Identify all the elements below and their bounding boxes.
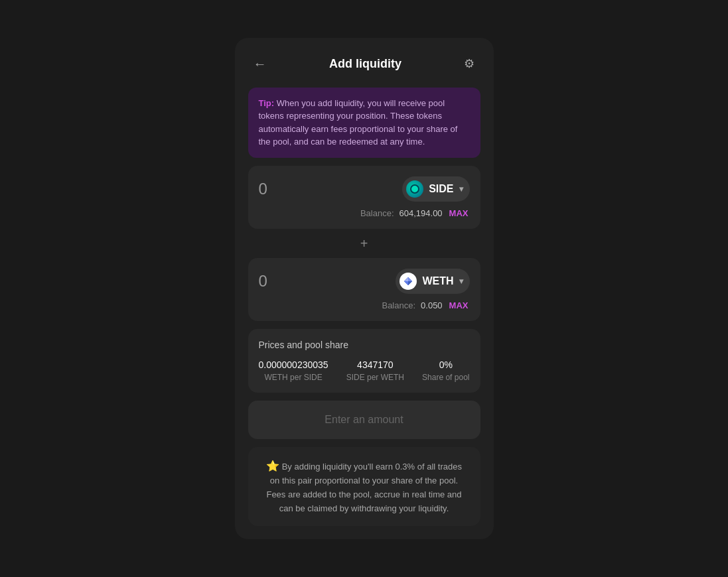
token1-chevron-icon: ▾ xyxy=(459,184,463,194)
info-box: ⭐ By adding liquidity you'll earn 0.3% o… xyxy=(248,447,480,527)
token2-chevron-icon: ▾ xyxy=(459,277,463,286)
token2-name: WETH xyxy=(422,275,453,287)
page-title: Add liquidity xyxy=(329,57,401,71)
token2-max-button[interactable]: MAX xyxy=(448,300,470,310)
add-liquidity-card: ← Add liquidity ⚙ Tip: When you add liqu… xyxy=(235,38,494,540)
token1-balance-row: Balance: 604,194.00 MAX xyxy=(259,208,470,218)
weth-per-side-col: 0.000000230035 WETH per SIDE xyxy=(259,359,328,382)
token1-input-row: 0 SIDE ▾ xyxy=(259,176,470,202)
share-of-pool-col: 0% Share of pool xyxy=(422,359,469,382)
token1-max-button[interactable]: MAX xyxy=(448,208,470,218)
weth-per-side-label: WETH per SIDE xyxy=(264,373,322,382)
token1-amount: 0 xyxy=(259,180,267,198)
tip-label: Tip: xyxy=(259,98,275,108)
side-per-weth-col: 4347170 SIDE per WETH xyxy=(346,359,404,382)
info-box-text: By adding liquidity you'll earn 0.3% of … xyxy=(266,462,462,513)
tip-box: Tip: When you add liquidity, you will re… xyxy=(248,88,480,158)
token2-balance-row: Balance: 0.050 MAX xyxy=(259,300,470,310)
tip-text: When you add liquidity, you will receive… xyxy=(259,98,458,147)
token1-name: SIDE xyxy=(429,183,453,195)
prices-pool-box: Prices and pool share 0.000000230035 WET… xyxy=(248,329,480,393)
weth-token-icon xyxy=(400,273,417,290)
side-icon-inner xyxy=(410,184,419,194)
side-per-weth-value: 4347170 xyxy=(357,359,394,370)
weth-diamond-svg xyxy=(403,277,413,286)
share-of-pool-value: 0% xyxy=(439,359,453,370)
header: ← Add liquidity ⚙ xyxy=(248,51,480,80)
side-token-icon xyxy=(406,180,423,198)
token2-input-box: 0 WETH ▾ Balance: 0.050 MAX xyxy=(248,258,480,321)
prices-pool-data: 0.000000230035 WETH per SIDE 4347170 SID… xyxy=(259,359,470,382)
plus-divider: + xyxy=(248,237,480,250)
enter-amount-button[interactable]: Enter an amount xyxy=(248,401,480,439)
side-per-weth-label: SIDE per WETH xyxy=(346,373,404,382)
token2-selector[interactable]: WETH ▾ xyxy=(396,269,469,294)
share-of-pool-label: Share of pool xyxy=(422,373,469,382)
star-icon: ⭐ xyxy=(266,460,279,472)
token1-balance-value: 604,194.00 xyxy=(400,208,443,218)
token1-input-box: 0 SIDE ▾ Balance: 604,194.00 MAX xyxy=(248,166,480,229)
token2-balance-label: Balance: xyxy=(382,300,415,310)
prices-pool-title: Prices and pool share xyxy=(259,340,470,350)
token1-balance-label: Balance: xyxy=(360,208,394,218)
token1-selector[interactable]: SIDE ▾ xyxy=(402,176,469,202)
weth-per-side-value: 0.000000230035 xyxy=(259,359,328,370)
back-button[interactable]: ← xyxy=(248,54,272,74)
token2-balance-value: 0.050 xyxy=(421,300,443,310)
settings-button[interactable]: ⚙ xyxy=(459,54,480,74)
token2-amount: 0 xyxy=(259,272,267,290)
token2-input-row: 0 WETH ▾ xyxy=(259,269,470,294)
